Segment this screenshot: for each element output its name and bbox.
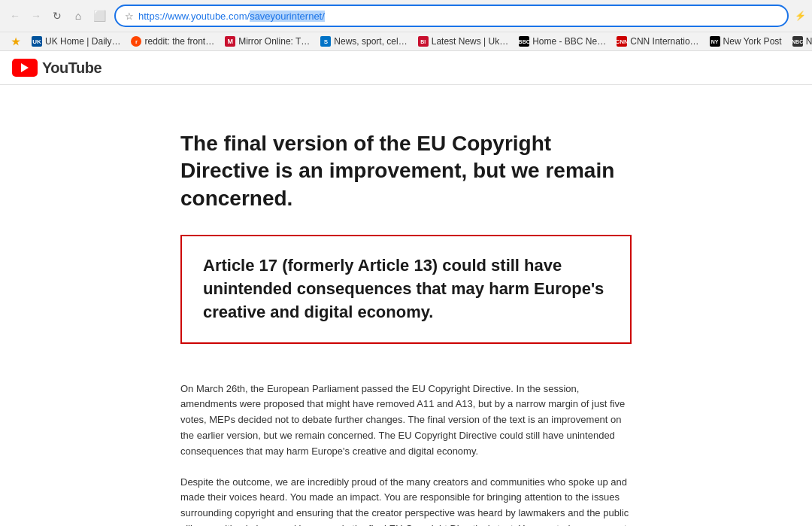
address-text: https://www.youtube.com/saveyourinternet…	[138, 11, 778, 22]
bookmark-nbc[interactable]: NBC NBC News - Bre…	[788, 35, 812, 48]
reload-button[interactable]: ↻	[48, 7, 66, 25]
browser-chrome: ← → ↻ ⌂ ⬜ ☆ https://www.youtube.com/save…	[0, 0, 812, 51]
bookmark-nyp[interactable]: NY New York Post	[705, 35, 786, 48]
star-icon: ☆	[125, 11, 134, 22]
highlighted-box: Article 17 (formerly Article 13) could s…	[180, 235, 632, 343]
bookmark-bbc[interactable]: BBC Home - BBC Ne…	[514, 35, 611, 48]
forward-button[interactable]: →	[27, 7, 45, 25]
extension-icon: ⚡	[795, 11, 806, 21]
bookmark-star[interactable]: ★	[6, 35, 26, 48]
bookmark-reddit[interactable]: r reddit: the front…	[126, 35, 219, 48]
youtube-logo-icon	[12, 59, 38, 77]
bookmark-cnn[interactable]: CNN CNN Internatio…	[612, 35, 703, 48]
uk-home-icon: UK	[32, 36, 42, 47]
bookmark-sky[interactable]: S News, sport, cel…	[316, 35, 411, 48]
cnn-icon: CNN	[617, 36, 627, 47]
mirror-icon: M	[225, 36, 235, 47]
address-highlighted: saveyourinternet/	[250, 11, 325, 22]
youtube-logo[interactable]: YouTube	[12, 59, 102, 77]
nav-buttons: ← → ↻ ⌂ ⬜	[6, 7, 108, 25]
reddit-icon: r	[131, 36, 141, 47]
highlighted-box-text: Article 17 (formerly Article 13) could s…	[203, 254, 609, 324]
main-heading: The final version of the EU Copyright Di…	[180, 130, 632, 212]
bookmarks-bar: ★ UK UK Home | Daily… r reddit: the fron…	[0, 32, 812, 50]
bbc-icon: BBC	[519, 36, 529, 47]
body-paragraph-2: Despite the outcome, we are incredibly p…	[180, 475, 632, 526]
bookmark-mirror[interactable]: M Mirror Online: T…	[220, 35, 314, 48]
star-bookmark-icon: ★	[11, 36, 21, 47]
nbc-icon: NBC	[792, 36, 803, 47]
bi-icon: BI	[418, 36, 429, 47]
address-bar[interactable]: ☆ https://www.youtube.com/saveyourintern…	[114, 5, 789, 27]
body-paragraph-1: On March 26th, the European Parliament p…	[180, 382, 632, 460]
youtube-logo-text: YouTube	[42, 59, 102, 77]
tab-button[interactable]: ⬜	[90, 7, 108, 25]
bookmark-bi[interactable]: BI Latest News | Uk…	[414, 35, 513, 48]
home-button[interactable]: ⌂	[69, 7, 87, 25]
browser-nav: ← → ↻ ⌂ ⬜ ☆ https://www.youtube.com/save…	[0, 0, 812, 32]
back-button[interactable]: ←	[6, 7, 24, 25]
page-content: The final version of the EU Copyright Di…	[0, 85, 812, 526]
sky-icon: S	[320, 36, 331, 47]
youtube-header: YouTube	[0, 51, 812, 85]
nyp-icon: NY	[710, 36, 720, 47]
content-inner: The final version of the EU Copyright Di…	[180, 130, 632, 526]
bookmark-uk-home[interactable]: UK UK Home | Daily…	[27, 35, 125, 48]
